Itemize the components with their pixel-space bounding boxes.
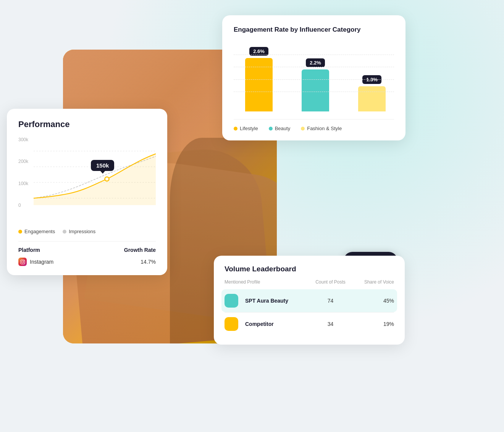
bar-beauty: 2.2% xyxy=(293,58,338,111)
chart-legend: Engagements Impressions xyxy=(18,227,156,234)
svg-point-6 xyxy=(21,261,23,263)
lb-header-profile: Mentioned Profile xyxy=(225,279,309,285)
platform-table-header: Platform Growth Rate xyxy=(18,247,156,253)
svg-rect-5 xyxy=(21,260,25,264)
eng-dot-yellow xyxy=(301,127,305,131)
bar-tooltip-lifestyle: 2.6% xyxy=(249,47,268,56)
leaderboard-row-2: Competitor 34 19% xyxy=(225,312,394,335)
lb-count-2: 34 xyxy=(309,321,352,327)
bar-tooltip-beauty: 2.2% xyxy=(306,58,325,67)
eng-legend-lifestyle: Lifestyle xyxy=(234,126,258,131)
chart-svg-container xyxy=(34,137,156,221)
lb-header-count: Count of Posts xyxy=(309,279,352,285)
leaderboard-card: Volume Leaderboard Mentioned Profile Cou… xyxy=(214,256,405,345)
engagement-legend: Lifestyle Beauty Fashion & Style xyxy=(234,119,394,131)
legend-dot-impressions xyxy=(63,230,66,234)
lb-name-2: Competitor xyxy=(225,317,309,331)
chart-y-axis: 300k 200k 100k 0 xyxy=(18,137,28,210)
divider xyxy=(18,241,156,242)
y-label-100k: 100k xyxy=(18,181,28,186)
lb-share-1: 45% xyxy=(352,298,394,304)
eng-legend-beauty: Beauty xyxy=(269,126,290,131)
eng-legend-fashion: Fashion & Style xyxy=(301,126,342,131)
instagram-growth: 14.7% xyxy=(141,259,156,265)
svg-point-7 xyxy=(23,260,24,261)
y-label-200k: 200k xyxy=(18,159,28,164)
eng-dot-teal xyxy=(269,127,273,131)
bar-lifestyle: 2.6% xyxy=(237,47,281,111)
engagement-card: Engagement Rate by Influencer Category 2… xyxy=(222,15,405,140)
bar-orange xyxy=(245,58,273,111)
chart-tooltip: 150k xyxy=(91,160,114,171)
y-label-300k: 300k xyxy=(18,137,28,142)
platform-name-instagram: Instagram xyxy=(18,258,53,266)
eng-dot-orange xyxy=(234,127,237,131)
bar-tooltip-fashion: 1.3% xyxy=(362,75,381,84)
platform-col-header: Platform xyxy=(18,247,40,253)
performance-chart: 300k 200k 100k 0 xyxy=(18,137,156,221)
bar-yellow xyxy=(358,86,386,111)
legend-dot-engagements xyxy=(18,230,22,234)
leaderboard-row-1: SPT Aura Beauty 74 45% xyxy=(221,289,397,312)
leaderboard-title: Volume Leaderboard xyxy=(225,265,394,273)
lb-count-1: 74 xyxy=(309,298,352,304)
engagement-title: Engagement Rate by Influencer Category xyxy=(234,26,394,34)
lb-header-share: Share of Voice xyxy=(352,279,394,285)
lb-avatar-teal xyxy=(225,294,238,308)
performance-card: Performance 300k 200k 100k 0 xyxy=(7,109,167,275)
lb-share-2: 19% xyxy=(352,321,394,327)
bar-fashion: 1.3% xyxy=(350,75,394,111)
svg-point-4 xyxy=(105,177,109,181)
y-label-0: 0 xyxy=(18,203,28,208)
bar-teal xyxy=(302,69,329,111)
bar-chart: 2.6% 2.2% 1.3% xyxy=(234,43,394,111)
legend-engagements: Engagements xyxy=(18,229,55,234)
lb-avatar-yellow xyxy=(225,317,238,331)
growth-col-header: Growth Rate xyxy=(124,247,156,253)
lb-name-1: SPT Aura Beauty xyxy=(225,294,309,308)
legend-impressions: Impressions xyxy=(63,229,95,234)
platform-row-instagram: Instagram 14.7% xyxy=(18,258,156,266)
instagram-icon xyxy=(18,258,27,266)
leaderboard-header: Mentioned Profile Count of Posts Share o… xyxy=(225,279,394,286)
performance-title: Performance xyxy=(18,119,156,129)
